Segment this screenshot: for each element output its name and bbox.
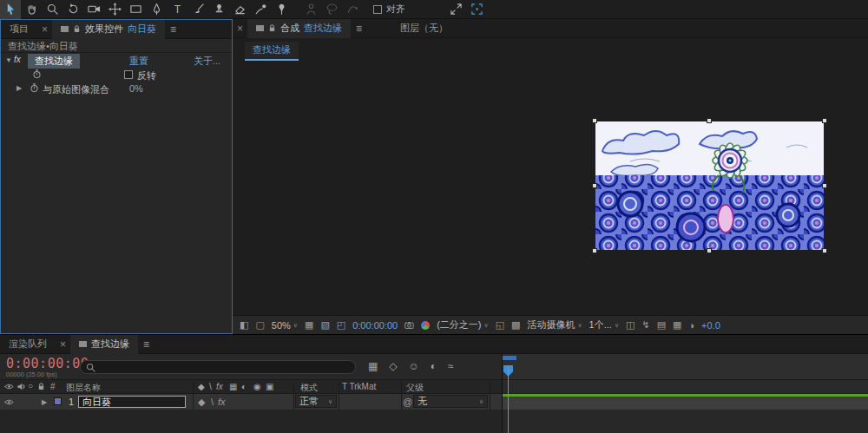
mask-visibility-icon[interactable]: ▧	[320, 319, 329, 331]
region-of-interest-icon[interactable]	[466, 0, 487, 19]
tab-render-queue[interactable]: 渲染队列	[0, 335, 56, 354]
selection-handle[interactable]	[822, 118, 827, 123]
type-tool[interactable]: T	[167, 0, 187, 19]
work-area-marker[interactable]	[503, 356, 516, 360]
layer-color-swatch[interactable]	[54, 397, 62, 405]
current-time-display[interactable]: 0:00:00:00 00000 (25.00 fps)	[6, 356, 89, 378]
twirl-right-icon[interactable]: ▶	[42, 398, 47, 406]
selection-handle[interactable]	[592, 118, 597, 123]
lock-icon[interactable]	[73, 24, 81, 34]
rectangle-tool[interactable]	[125, 0, 146, 19]
parent-pickwhip-icon[interactable]: @	[403, 397, 412, 407]
panel-menu-icon[interactable]: ≡	[165, 23, 181, 36]
rotate-tool[interactable]	[62, 0, 83, 19]
tab-effect-controls[interactable]: 效果控件 向日葵	[52, 20, 165, 39]
layer-name-column-header[interactable]: 图层名称	[66, 382, 101, 394]
eye-icon[interactable]	[4, 397, 14, 407]
layer-duration-bar[interactable]	[503, 394, 868, 397]
index-column-header[interactable]: #	[50, 382, 56, 391]
magnification-select[interactable]: 50%∨	[272, 320, 298, 331]
expand-icon[interactable]	[445, 0, 466, 19]
pixel-aspect-icon[interactable]: ◫	[626, 319, 635, 331]
layer-track[interactable]	[503, 394, 868, 410]
composition-viewer[interactable]: 查找边缘	[233, 38, 868, 315]
tab-composition[interactable]: 合成 查找边缘	[247, 19, 351, 38]
selection-tool[interactable]	[0, 0, 21, 19]
fx-badge[interactable]: fx	[14, 55, 21, 64]
current-time[interactable]: 0:00:00:00	[352, 320, 398, 331]
selection-handle[interactable]	[592, 183, 597, 188]
safe-margins-icon[interactable]: ◰	[337, 319, 345, 331]
stopwatch-icon[interactable]	[32, 69, 42, 79]
tab-layer[interactable]: 图层（无）	[391, 19, 457, 38]
parent-select[interactable]: 无∨	[413, 395, 488, 408]
motion-blur-icon[interactable]: ◐	[431, 360, 437, 372]
show-channel-icon[interactable]	[421, 321, 430, 330]
about-link[interactable]: 关于...	[194, 55, 220, 68]
selection-handle[interactable]	[822, 183, 827, 188]
eraser-tool[interactable]	[229, 0, 250, 19]
panel-menu-icon[interactable]: ≡	[351, 23, 367, 35]
camera-tool[interactable]	[83, 0, 104, 19]
selection-handle[interactable]	[592, 248, 597, 253]
roto-brush-tool[interactable]	[250, 0, 271, 19]
twirl-right-icon[interactable]: ▶	[16, 84, 22, 92]
trkmat-column-header[interactable]: T TrkMat	[342, 382, 376, 391]
view-layout-select[interactable]: 1个...∨	[589, 318, 619, 331]
collapse-switch[interactable]: \	[211, 397, 214, 407]
timecode[interactable]: 0:00:00:00	[6, 356, 89, 371]
effect-name[interactable]: 查找边缘	[28, 54, 80, 69]
twirl-down-icon[interactable]: ▼	[5, 56, 12, 64]
playhead-line[interactable]	[508, 365, 509, 433]
roi-icon[interactable]: ◱	[496, 319, 504, 331]
camera-view-select[interactable]: 活动摄像机∨	[527, 318, 582, 331]
graph-editor-icon[interactable]: ≈	[448, 360, 454, 372]
brush-tool[interactable]	[187, 0, 208, 19]
tab-project[interactable]: 项目	[1, 20, 37, 39]
search-field[interactable]	[80, 360, 356, 374]
exposure-gauge-icon[interactable]: ◑	[688, 320, 694, 331]
reset-link[interactable]: 重置	[129, 55, 148, 68]
zoom-tool[interactable]	[42, 0, 62, 19]
tab-timeline-comp[interactable]: 查找边缘	[70, 335, 138, 354]
snap-checkbox[interactable]	[373, 5, 382, 14]
time-ruler[interactable]	[503, 354, 868, 380]
close-panel-icon[interactable]: ×	[56, 338, 70, 351]
invert-checkbox[interactable]	[124, 70, 133, 79]
blend-value[interactable]: 0%	[129, 83, 143, 94]
grid-guides-icon[interactable]: ▦	[305, 319, 313, 331]
selection-handle[interactable]	[707, 118, 712, 123]
composition-canvas[interactable]	[595, 121, 824, 250]
draft-3d-icon[interactable]: ◇	[389, 360, 397, 372]
hand-tool[interactable]	[21, 0, 42, 19]
quality-switch[interactable]: ◆	[198, 397, 205, 408]
close-panel-icon[interactable]: ×	[233, 23, 247, 35]
fx-switch[interactable]: fx	[218, 397, 226, 407]
clone-stamp-tool[interactable]	[208, 0, 229, 19]
puppet-pin-tool[interactable]	[271, 0, 292, 19]
layer-row[interactable]: ▶ 1 向日葵 ◆ \ fx 正常∨ @ 无∨	[0, 394, 502, 410]
flowchart-icon[interactable]: ▦	[673, 319, 681, 331]
transparency-grid-icon[interactable]: ▩	[511, 319, 520, 331]
timeline-track-area[interactable]	[502, 354, 868, 433]
selection-handle[interactable]	[707, 248, 712, 253]
stopwatch-icon[interactable]	[30, 83, 39, 93]
mini-flowchart-icon[interactable]: ▦	[368, 360, 378, 372]
comp-breadcrumb[interactable]: 查找边缘	[245, 42, 299, 61]
resolution-select[interactable]: (二分之一)∨	[437, 318, 488, 331]
parent-column-header[interactable]: 父级	[406, 382, 424, 394]
hide-shy-icon[interactable]: ☺	[409, 360, 419, 372]
always-preview-icon[interactable]: ◧	[240, 319, 248, 331]
layer-name-box[interactable]: 向日葵	[78, 396, 186, 408]
timeline-button-icon[interactable]: ▤	[657, 319, 666, 331]
panel-menu-icon[interactable]: ≡	[138, 338, 155, 351]
selection-handle[interactable]	[822, 248, 827, 253]
mode-column-header[interactable]: 模式	[300, 382, 318, 394]
exposure-value[interactable]: +0.0	[701, 320, 720, 331]
pen-tool[interactable]	[146, 0, 167, 19]
fast-previews-icon[interactable]: ↯	[641, 319, 649, 331]
pan-behind-tool[interactable]	[104, 0, 125, 19]
close-panel-icon[interactable]: ×	[37, 23, 52, 36]
snap-toggle[interactable]: 对齐	[373, 3, 405, 16]
blend-mode-select[interactable]: 正常∨	[295, 395, 337, 408]
